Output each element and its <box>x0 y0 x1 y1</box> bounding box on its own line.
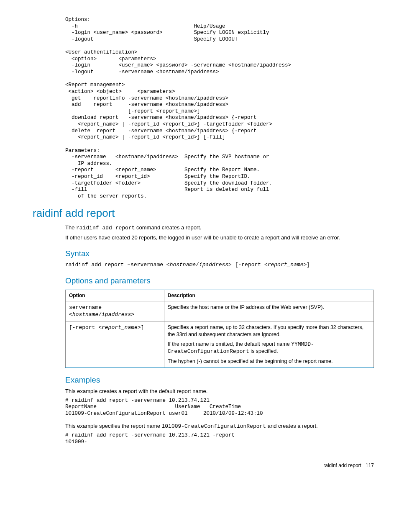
options-heading: Options and parameters <box>65 275 374 286</box>
desc-line: If the report name is omitted, the defau… <box>168 341 370 355</box>
syntax-placeholder: hostname <box>170 262 196 268</box>
text: > [-report < <box>228 262 268 268</box>
text: >] <box>304 262 310 268</box>
table-row: [-report <report_name>] Specifies a repo… <box>66 321 374 368</box>
description-cell: Specifies a report name, up to 32 charac… <box>164 321 373 368</box>
option-placeholder: report_name <box>102 324 138 331</box>
description-cell: Specifies the host name or the IP addres… <box>164 301 373 321</box>
syntax-placeholder: report_name <box>268 262 304 268</box>
footer-title: raidinf add report <box>323 463 361 468</box>
text: If the report name is omitted, the defau… <box>168 341 291 347</box>
example-code-1: # raidinf add report -servername 10.213.… <box>65 398 374 417</box>
text: is specified. <box>249 348 278 354</box>
example-code-2: # raidinf add report -servername 10.213.… <box>65 432 374 445</box>
section-heading-raidinf-add-report: raidinf add report <box>33 206 374 221</box>
table-header-description: Description <box>164 290 373 301</box>
footer-page-number: 117 <box>366 463 374 468</box>
desc-line: The hyphen (-) cannot be specified at th… <box>168 358 370 365</box>
inline-code: raidinf add report <box>76 225 135 231</box>
text: This example specifies the report name <box>65 423 162 429</box>
options-table: Option Description servername <hostname/… <box>65 290 374 368</box>
table-header-option: Option <box>66 290 164 301</box>
intro-paragraph-1: The raidinf add report command creates a… <box>65 224 374 232</box>
text: command creates a report. <box>135 224 201 231</box>
example-text-2: This example specifies the report name 1… <box>65 422 374 430</box>
text: >] <box>138 324 144 331</box>
option-cell: [-report <report_name>] <box>66 321 164 368</box>
text: > <box>131 311 134 318</box>
example-text-1: This example creates a report with the d… <box>65 388 374 395</box>
table-row: servername <hostname/ipaddress> Specifie… <box>66 301 374 321</box>
intro-paragraph-2: If other users have created 20 reports, … <box>65 234 374 242</box>
text: The <box>65 224 76 231</box>
option-placeholder: hostname <box>72 311 98 318</box>
inline-code: 101009-CreateConfigurationReport <box>162 423 266 429</box>
option-cell: servername <hostname/ipaddress> <box>66 301 164 321</box>
desc-line: Specifies a report name, up to 32 charac… <box>168 324 370 338</box>
page-footer: raidinf add report 117 <box>33 462 374 469</box>
options-code-block: Options: -h Help/Usage -login <user_name… <box>65 17 374 200</box>
syntax-placeholder: ipaddress <box>199 262 228 268</box>
text: / <box>98 311 102 318</box>
examples-heading: Examples <box>65 375 374 386</box>
syntax-heading: Syntax <box>65 248 374 259</box>
syntax-line: raidinf add report –servername <hostname… <box>65 261 374 269</box>
text: / <box>196 262 199 268</box>
text: [-report < <box>69 324 102 331</box>
text: and creates a report. <box>266 423 318 429</box>
text: raidinf add report –servername < <box>65 262 170 268</box>
option-placeholder: ipaddress <box>102 311 131 318</box>
